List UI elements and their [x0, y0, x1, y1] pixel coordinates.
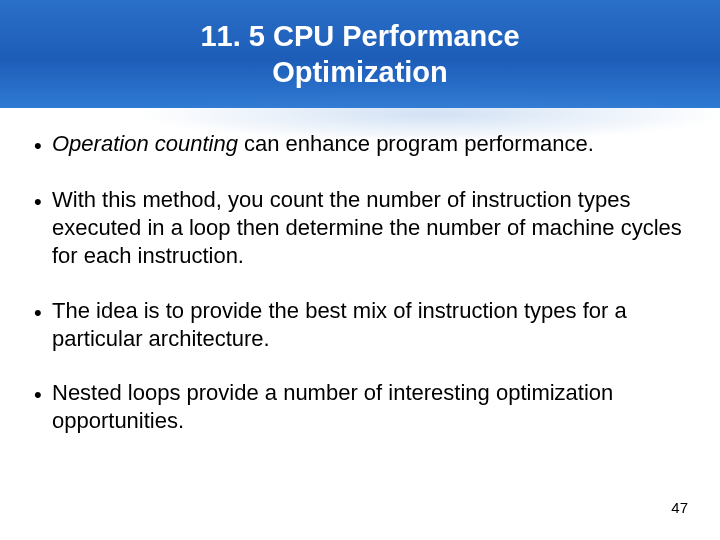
bullet-text: The idea is to provide the best mix of i…	[52, 297, 686, 353]
bullet-text: Nested loops provide a number of interes…	[52, 379, 686, 435]
slide-title-line2: Optimization	[272, 56, 448, 88]
slide-title: 11. 5 CPU Performance Optimization	[200, 18, 519, 91]
slide-title-line1: 11. 5 CPU Performance	[200, 20, 519, 52]
bullet-emphasis: Operation counting	[52, 131, 238, 156]
bullet-text: With this method, you count the number o…	[52, 186, 686, 270]
bullet-dot-icon: •	[34, 297, 52, 327]
slide-body: • Operation counting can enhance program…	[0, 108, 720, 435]
page-number: 47	[671, 499, 688, 516]
bullet-rest: Nested loops provide a number of interes…	[52, 380, 613, 433]
bullet-rest: The idea is to provide the best mix of i…	[52, 298, 627, 351]
bullet-dot-icon: •	[34, 186, 52, 216]
bullet-dot-icon: •	[34, 379, 52, 409]
bullet-item: • Operation counting can enhance program…	[34, 130, 686, 160]
bullet-item: • The idea is to provide the best mix of…	[34, 297, 686, 353]
bullet-rest: With this method, you count the number o…	[52, 187, 682, 268]
bullet-item: • Nested loops provide a number of inter…	[34, 379, 686, 435]
bullet-item: • With this method, you count the number…	[34, 186, 686, 270]
bullet-rest: can enhance program performance.	[238, 131, 594, 156]
bullet-dot-icon: •	[34, 130, 52, 160]
bullet-text: Operation counting can enhance program p…	[52, 130, 686, 158]
slide-title-bar: 11. 5 CPU Performance Optimization	[0, 0, 720, 108]
